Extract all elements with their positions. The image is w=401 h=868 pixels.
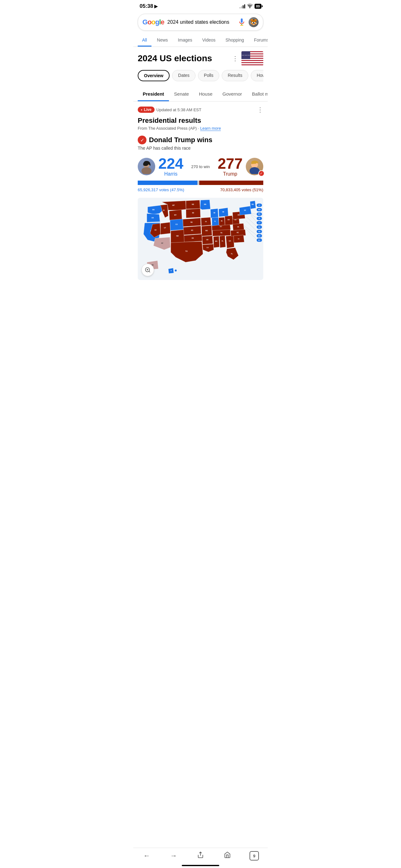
svg-text:SD: SD	[192, 212, 194, 214]
live-row: Live Updated at 5:38 AM EST ⋮	[138, 106, 263, 114]
tab-ballot-measures[interactable]: Ballot measures	[247, 88, 268, 101]
svg-text:NM: NM	[176, 235, 178, 237]
learn-more-link[interactable]: Learn more	[200, 126, 221, 131]
harris-progress	[138, 181, 197, 185]
svg-text:PA: PA	[238, 214, 240, 216]
winner-text: Donald Trump wins	[149, 136, 212, 144]
status-icons: 89	[239, 4, 261, 9]
us-map-container[interactable]: WA OR CA ID MT NV	[138, 198, 263, 280]
svg-text:DE: DE	[258, 231, 261, 232]
us-flag	[241, 51, 263, 66]
zoom-button[interactable]	[141, 264, 154, 276]
svg-text:SC: SC	[238, 238, 239, 240]
battery-icon: 89	[255, 4, 261, 9]
svg-text:WV: WV	[235, 219, 237, 221]
location-icon: ▶	[154, 4, 158, 9]
svg-text:NV: NV	[155, 229, 157, 231]
svg-text:DC: DC	[258, 240, 261, 241]
svg-text:NY: NY	[244, 210, 246, 211]
tab-videos[interactable]: Videos	[198, 34, 220, 46]
svg-text:ME: ME	[252, 204, 254, 205]
svg-text:FL: FL	[231, 253, 233, 255]
tab-shopping[interactable]: Shopping	[221, 34, 248, 46]
trump-name: Trump	[218, 171, 243, 177]
chip-how-to-vote[interactable]: How to vote	[251, 70, 263, 81]
svg-text:MS: MS	[215, 241, 218, 242]
trump-vote-count: 277	[218, 156, 243, 171]
us-map-svg: WA OR CA ID MT NV	[138, 198, 263, 279]
trump-candidate: ✓ 277 Trump	[218, 156, 263, 177]
section-tabs: President Senate House Governor Ballot m…	[133, 88, 268, 101]
svg-line-79	[149, 271, 150, 273]
svg-text:HI: HI	[170, 270, 172, 272]
updated-text: Updated at 5:38 AM EST	[157, 107, 201, 112]
harris-avatar	[138, 158, 155, 175]
trump-total-votes: 70,833,405 votes (51%)	[220, 187, 263, 192]
tab-news[interactable]: News	[153, 34, 172, 46]
search-bar[interactable]: Google 2024 united states elections 🐯	[138, 14, 263, 31]
svg-text:WY: WY	[174, 214, 177, 216]
svg-point-77	[175, 270, 176, 272]
svg-text:MA: MA	[258, 213, 261, 215]
svg-text:LA: LA	[207, 247, 209, 248]
svg-rect-0	[241, 19, 243, 23]
more-icon[interactable]: ⋮	[232, 55, 238, 62]
harris-total-votes: 65,926,317 votes (47.5%)	[138, 187, 184, 192]
svg-text:NE: NE	[191, 221, 193, 223]
vote-progress-bar	[138, 181, 263, 185]
tab-president[interactable]: President	[138, 88, 169, 101]
svg-text:OH: OH	[227, 219, 230, 221]
checkmark-icon: ✓	[138, 135, 146, 144]
tab-governor[interactable]: Governor	[218, 88, 247, 101]
svg-text:IN: IN	[221, 220, 222, 222]
microphone-icon[interactable]	[238, 19, 245, 26]
svg-text:IA: IA	[205, 221, 207, 222]
google-logo: Google	[142, 18, 164, 26]
svg-rect-1	[241, 24, 242, 25]
svg-text:CO: CO	[175, 224, 178, 225]
results-source: From The Associated Press (AP) · Learn m…	[138, 126, 263, 131]
svg-text:ID: ID	[163, 210, 165, 211]
options-icon[interactable]: ⋮	[257, 106, 263, 114]
trump-checkmark: ✓	[258, 170, 265, 177]
svg-text:GA: GA	[229, 240, 231, 242]
svg-text:NH: NH	[258, 209, 261, 211]
chip-polls[interactable]: Polls	[198, 70, 219, 81]
svg-text:MN: MN	[204, 204, 206, 205]
live-indicator: Live	[138, 106, 155, 113]
avatar[interactable]: 🐯	[248, 17, 259, 27]
svg-text:IL: IL	[214, 221, 216, 222]
svg-rect-2	[240, 25, 243, 26]
win-threshold: 270 to win	[191, 164, 209, 169]
svg-text:OR: OR	[152, 217, 154, 219]
svg-text:MO: MO	[205, 230, 208, 231]
svg-text:AZ: AZ	[161, 243, 163, 244]
harris-vote-count: 224	[158, 156, 183, 171]
chip-overview[interactable]: Overview	[138, 70, 170, 81]
harris-name: Harris	[158, 171, 183, 177]
results-title: Presidential results	[138, 117, 263, 125]
title-actions: ⋮	[232, 51, 263, 66]
tab-house[interactable]: House	[194, 88, 218, 101]
title-row: 2024 US elections ⋮	[138, 51, 263, 66]
svg-point-4	[141, 167, 152, 174]
tab-forums[interactable]: Forums	[249, 34, 268, 46]
tab-senate[interactable]: Senate	[169, 88, 194, 101]
chip-results[interactable]: Results	[222, 70, 248, 81]
svg-text:KY: KY	[220, 226, 222, 227]
wifi-icon	[247, 4, 253, 9]
chip-dates[interactable]: Dates	[172, 70, 196, 81]
trump-vote-info: 277 Trump	[218, 156, 243, 177]
trump-progress	[199, 181, 263, 185]
svg-text:KS: KS	[191, 230, 193, 231]
svg-text:RI: RI	[259, 218, 260, 219]
svg-text:VA: VA	[237, 226, 239, 228]
svg-text:TN: TN	[220, 232, 222, 234]
svg-text:MI: MI	[222, 211, 224, 213]
svg-text:NC: NC	[237, 232, 239, 234]
harris-vote-info: 224 Harris	[158, 156, 183, 177]
tab-images[interactable]: Images	[174, 34, 197, 46]
tab-all[interactable]: All	[138, 34, 152, 46]
page-title: 2024 US elections	[138, 54, 212, 63]
results-section: Presidential results From The Associated…	[138, 117, 263, 280]
